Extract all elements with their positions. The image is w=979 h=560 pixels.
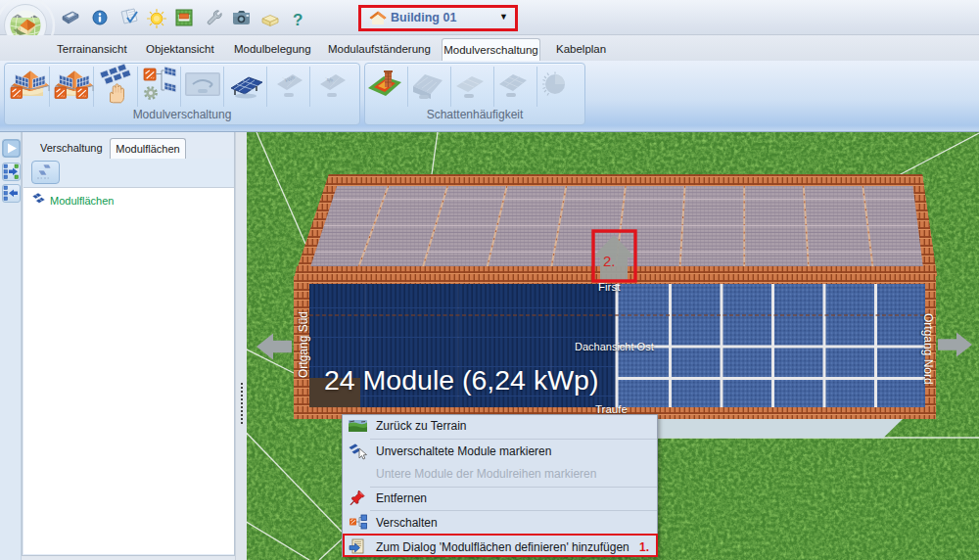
svg-text:Dachansicht Ost: Dachansicht Ost (575, 341, 654, 352)
svg-text:?: ? (293, 11, 303, 29)
svg-text:First: First (598, 281, 621, 293)
svg-text:Ortgang Nord: Ortgang Nord (921, 313, 935, 385)
svg-text:Ortgang Süd: Ortgang Süd (297, 311, 310, 378)
svg-text:24 Module (6,24 kWp): 24 Module (6,24 kWp) (324, 364, 598, 396)
svg-text:2.: 2. (603, 253, 616, 269)
